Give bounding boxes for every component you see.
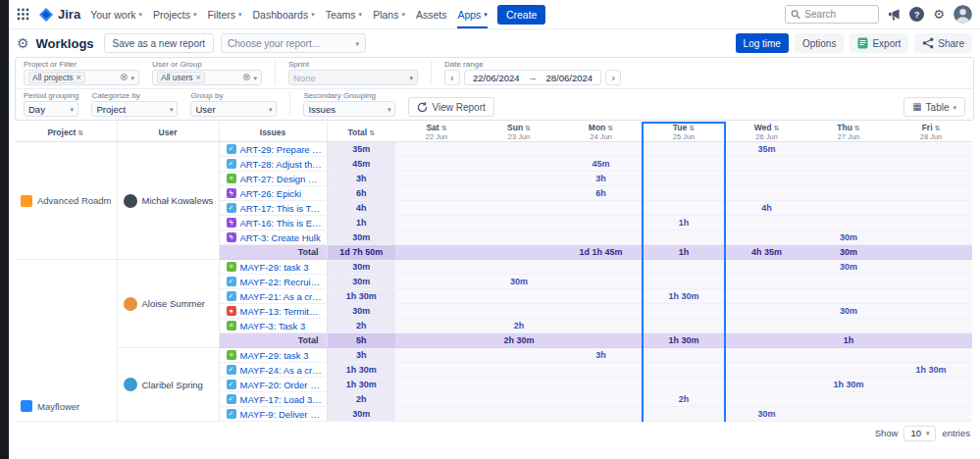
sort-icon[interactable]: ⇅ [441,125,447,131]
issue-link[interactable]: MAYF-21: As a crew me... [240,291,323,302]
next-period-button[interactable]: › [605,70,621,85]
chevron-down-icon: ▾ [138,11,142,18]
options-button[interactable]: Options [795,33,844,53]
table-view-button[interactable]: ▦ Table ▾ [903,97,965,117]
column-header-total[interactable]: Total⇅ [327,123,395,142]
issue-link[interactable]: ART-3: Create Hulk [240,232,321,243]
nav-item-your-work[interactable]: Your work▾ [90,0,142,28]
divider [289,91,290,117]
nav-item-plans[interactable]: Plans▾ [373,0,405,28]
issue-link[interactable]: ART-27: Design a story [240,174,323,184]
period-grouping-value: Day [28,104,45,115]
filters-panel: Project or Filter All projects× ⊗▾ User … [15,57,974,121]
nav-item-assets[interactable]: Assets [416,0,447,28]
sprint-select[interactable]: None ▾ [288,70,418,85]
issue-link[interactable]: ART-29: Prepare a tool ... [240,144,323,155]
share-button[interactable]: Share [914,33,972,53]
column-header-project[interactable]: Project⇅ [15,123,117,142]
sort-icon[interactable]: ⇅ [773,125,779,131]
worklog-cell [890,304,972,319]
nav-item-label: Projects [153,9,190,21]
issue-cell: ϟART-3: Create Hulk [219,230,327,245]
column-header-day-sat[interactable]: Sat⇅22 Jun [395,123,478,142]
issue-link[interactable]: MAYF-3: Task 3 [240,321,306,332]
export-button[interactable]: Export [850,33,908,53]
issue-link[interactable]: ART-26: Epicki [240,188,302,199]
help-icon[interactable]: ? [909,7,924,22]
issue-link[interactable]: ART-17: This is Task [240,203,323,214]
period-grouping-select[interactable]: Day ▾ [24,101,78,117]
issue-total-cell: 2h [327,319,395,333]
project-name[interactable]: Advanced Roadmaps ... [37,195,111,206]
issue-link[interactable]: MAYF-13: Termites on ... [240,306,323,317]
settings-gear-icon[interactable]: ⚙ [933,8,945,21]
announcements-megaphone-icon[interactable] [888,8,901,21]
issue-link[interactable]: ART-16: This is Epic [240,218,323,229]
user-avatar[interactable] [954,5,972,24]
column-header-day-fri[interactable]: Fri⇅28 Jun [890,123,972,142]
secondary-grouping-select[interactable]: Issues ▾ [303,101,395,117]
clear-icon[interactable]: ⊗ [120,73,128,82]
sort-icon[interactable]: ⇅ [935,125,941,131]
sort-icon[interactable]: ⇅ [525,125,531,131]
search-input[interactable] [804,9,873,20]
worklog-cell [725,378,807,392]
prev-period-button[interactable]: ‹ [444,70,460,85]
issue-link[interactable]: ART-28: Adjust the colu... [240,159,323,170]
group-total-label: Total [219,333,327,348]
project-name[interactable]: Mayflower [37,401,79,412]
chevron-down-icon: ▾ [484,11,488,18]
worklog-cell [395,186,478,201]
group-by-select[interactable]: User ▾ [190,101,277,117]
issue-link[interactable]: MAYF-24: As a crew me... [240,365,323,376]
worklog-cell [643,186,725,201]
clear-icon[interactable]: ⊗ [242,73,250,82]
search-box[interactable] [785,5,879,24]
view-report-button[interactable]: View Report [408,97,493,117]
categorize-by-select[interactable]: Project ▾ [91,101,178,117]
nav-item-projects[interactable]: Projects▾ [153,0,196,28]
worklog-cell [395,157,478,172]
worklog-cell [478,392,560,407]
issue-link[interactable]: MAYF-17: Load 3 barrel... [240,394,323,405]
chevron-down-icon: ▾ [359,11,363,18]
nav-item-teams[interactable]: Teams▾ [326,0,362,28]
nav-item-filters[interactable]: Filters▾ [207,0,241,28]
worklog-cell [478,142,560,157]
column-header-day-thu[interactable]: Thu⇅27 Jun [807,123,890,142]
create-button[interactable]: Create [497,5,546,25]
date-range-input[interactable]: 22/06/2024 → 28/06/2024 [464,70,601,85]
issue-link[interactable]: MAYF-9: Deliver high q... [240,409,323,420]
column-header-day-tue[interactable]: Tue⇅25 Jun [643,123,725,142]
chip-remove-icon[interactable]: × [196,74,201,82]
nav-item-dashboards[interactable]: Dashboards▾ [253,0,315,28]
sort-icon[interactable]: ⇅ [77,129,83,136]
nav-item-apps[interactable]: Apps▾ [457,0,487,28]
column-header-day-wed[interactable]: Wed⇅26 Jun [725,123,807,142]
nav-item-label: Apps [457,9,481,21]
refresh-icon [417,102,428,113]
app-switcher-icon[interactable] [17,8,29,21]
export-label: Export [872,38,901,49]
log-time-button[interactable]: Log time [736,33,789,53]
project-filter-select[interactable]: All projects× ⊗▾ [24,70,139,85]
sort-icon[interactable]: ⇅ [607,125,613,131]
jira-logo[interactable]: Jira [39,7,80,22]
issue-link[interactable]: MAYF-22: Recruit needl... [240,277,323,287]
chip-remove-icon[interactable]: × [77,74,81,82]
report-select[interactable]: Choose your report... ▾ [221,33,366,53]
user-filter-select[interactable]: All users× ⊗▾ [152,70,262,85]
worklog-cell [478,172,560,186]
page-size-select[interactable]: 10 ▾ [903,426,936,441]
worklog-cell [725,216,807,230]
period-grouping-field: Period grouping Day ▾ [24,91,78,117]
issue-link[interactable]: MAYF-29: task 3 [240,262,309,273]
save-report-button[interactable]: Save as a new report [104,33,215,53]
sort-icon[interactable]: ⇅ [689,125,695,131]
column-header-day-sun[interactable]: Sun⇅23 Jun [478,123,560,142]
sort-icon[interactable]: ⇅ [369,129,375,136]
issue-link[interactable]: MAYF-29: task 3 [240,350,309,361]
column-header-day-mon[interactable]: Mon⇅24 Jun [560,123,643,142]
issue-link[interactable]: MAYF-20: Order materi... [240,380,323,390]
sort-icon[interactable]: ⇅ [854,125,860,131]
